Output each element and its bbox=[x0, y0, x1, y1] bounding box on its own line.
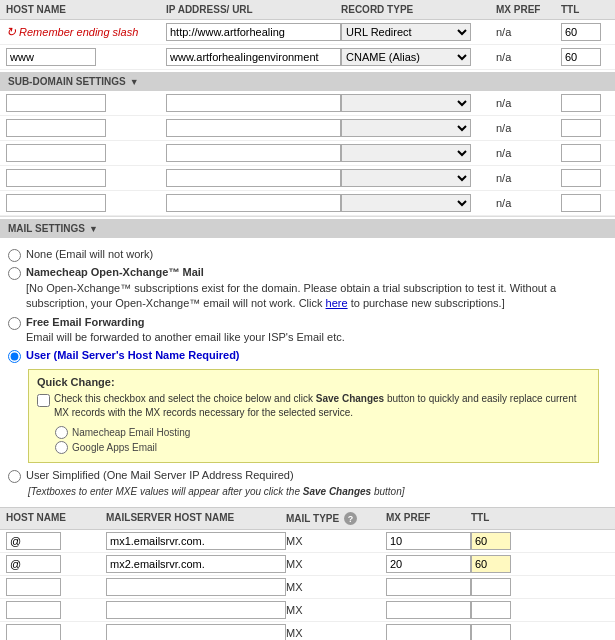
quick-change-desc: Check this checkbox and select the choic… bbox=[37, 392, 590, 420]
mail-ttl-2[interactable] bbox=[471, 555, 511, 573]
mail-host-4[interactable] bbox=[6, 601, 61, 619]
ip-url-input-2[interactable] bbox=[166, 48, 341, 66]
col-mx-pref: MX PREF bbox=[496, 4, 561, 15]
mail-server-2[interactable] bbox=[106, 555, 286, 573]
quick-change-checkbox[interactable] bbox=[37, 394, 50, 407]
sub-ip-4[interactable] bbox=[166, 169, 341, 187]
sub-host-3[interactable] bbox=[6, 144, 106, 162]
table-row: n/a bbox=[0, 91, 615, 116]
radio-oxc-label[interactable]: Namecheap Open-Xchange™ Mail bbox=[26, 266, 204, 278]
ip-url-input-1[interactable] bbox=[166, 23, 341, 41]
mail-mxpref-input-2[interactable] bbox=[386, 555, 471, 573]
mail-server-5[interactable] bbox=[106, 624, 286, 640]
mail-mxpref-input-5[interactable] bbox=[386, 624, 471, 640]
qc-namecheap-label[interactable]: Namecheap Email Hosting bbox=[72, 427, 190, 438]
col-record-type: RECORD TYPE bbox=[341, 4, 496, 15]
sub-record-type-2[interactable] bbox=[341, 119, 471, 137]
qc-google-label[interactable]: Google Apps Email bbox=[72, 442, 157, 453]
sub-record-type-5[interactable] bbox=[341, 194, 471, 212]
record-type-select-1[interactable]: URL Redirect A (Address) CNAME (Alias) M… bbox=[341, 23, 471, 41]
mail-host-3[interactable] bbox=[6, 578, 61, 596]
sub-ip-5[interactable] bbox=[166, 194, 341, 212]
sub-ttl-1[interactable] bbox=[561, 94, 601, 112]
mail-host-2[interactable] bbox=[6, 555, 61, 573]
mail-mxpref-input-1[interactable] bbox=[386, 532, 471, 550]
sub-record-type-1[interactable] bbox=[341, 94, 471, 112]
sub-host-1[interactable] bbox=[6, 94, 106, 112]
sub-ttl-4[interactable] bbox=[561, 169, 601, 187]
main-table-header: HOST NAME IP ADDRESS/ URL RECORD TYPE MX… bbox=[0, 0, 615, 20]
sub-ttl-2[interactable] bbox=[561, 119, 601, 137]
mail-mxpref-input-4[interactable] bbox=[386, 601, 471, 619]
ip-url-cell-2 bbox=[166, 48, 341, 66]
mail-server-3[interactable] bbox=[106, 578, 286, 596]
sub-ttl-3[interactable] bbox=[561, 144, 601, 162]
user-simplified-section: User Simplified (One Mail Server IP Addr… bbox=[8, 468, 607, 497]
radio-fwd-label[interactable]: Free Email Forwarding bbox=[26, 316, 145, 328]
radio-oxc-sublabel: [No Open-Xchange™ subscriptions exist fo… bbox=[26, 281, 607, 312]
mail-table-row: MX bbox=[0, 530, 615, 553]
radio-none-label[interactable]: None (Email will not work) bbox=[26, 247, 153, 262]
here-link[interactable]: here bbox=[326, 297, 348, 309]
subdomain-arrow-icon: ▼ bbox=[130, 77, 139, 87]
sub-mxpref-4: n/a bbox=[496, 172, 561, 184]
sub-ttl-5[interactable] bbox=[561, 194, 601, 212]
radio-oxc-input[interactable] bbox=[8, 267, 21, 280]
mail-table-header: HOST NAME MAILSERVER HOST NAME MAIL TYPE… bbox=[0, 507, 615, 530]
host-name-cell: ↻ Remember ending slash bbox=[6, 25, 166, 39]
sub-ip-2[interactable] bbox=[166, 119, 341, 137]
radio-fwd-sublabel: Email will be forwarded to another email… bbox=[26, 330, 345, 345]
sub-record-type-4[interactable] bbox=[341, 169, 471, 187]
mail-host-1[interactable] bbox=[6, 532, 61, 550]
mail-mxpref-2 bbox=[386, 555, 471, 573]
mail-table-row: MX bbox=[0, 622, 615, 640]
sub-mxpref-3: n/a bbox=[496, 147, 561, 159]
mail-ttl-3[interactable] bbox=[471, 578, 511, 596]
mx-pref-2: n/a bbox=[496, 51, 561, 63]
mail-host-5[interactable] bbox=[6, 624, 61, 640]
table-row: n/a bbox=[0, 141, 615, 166]
host-note: Remember ending slash bbox=[19, 26, 138, 38]
mail-mxpref-input-3[interactable] bbox=[386, 578, 471, 596]
mail-options-section: None (Email will not work) Namecheap Ope… bbox=[0, 238, 615, 503]
radio-user-simplified: User Simplified (One Mail Server IP Addr… bbox=[8, 468, 607, 483]
sub-host-5[interactable] bbox=[6, 194, 106, 212]
mail-type-info-icon[interactable]: ? bbox=[344, 512, 357, 525]
mail-table-row: MX bbox=[0, 599, 615, 622]
sub-host-4[interactable] bbox=[6, 169, 106, 187]
mail-col-mailhost: MAILSERVER HOST NAME bbox=[106, 512, 286, 525]
radio-fwd-input[interactable] bbox=[8, 317, 21, 330]
mail-header-label: MAIL SETTINGS bbox=[8, 223, 85, 234]
radio-user-input[interactable] bbox=[8, 350, 21, 363]
radio-simplified-input[interactable] bbox=[8, 470, 21, 483]
radio-free-forwarding: Free Email Forwarding Email will be forw… bbox=[8, 315, 607, 346]
mail-ttl-4[interactable] bbox=[471, 601, 511, 619]
qc-radio-google-input[interactable] bbox=[55, 441, 68, 454]
sub-ip-1[interactable] bbox=[166, 94, 341, 112]
record-type-cell-2: URL Redirect A (Address) CNAME (Alias) M… bbox=[341, 48, 496, 66]
sub-mxpref-5: n/a bbox=[496, 197, 561, 209]
qc-radio-namecheap-input[interactable] bbox=[55, 426, 68, 439]
sub-record-type-3[interactable] bbox=[341, 144, 471, 162]
subdomain-section-header[interactable]: SUB-DOMAIN SETTINGS ▼ bbox=[0, 72, 615, 91]
mail-col-mailtype: MAIL TYPE ? bbox=[286, 512, 386, 525]
radio-none: None (Email will not work) bbox=[8, 247, 607, 262]
host-name-input-2[interactable] bbox=[6, 48, 96, 66]
mail-server-1[interactable] bbox=[106, 532, 286, 550]
sub-mxpref-1: n/a bbox=[496, 97, 561, 109]
mail-ttl-5[interactable] bbox=[471, 624, 511, 640]
record-type-select-2[interactable]: URL Redirect A (Address) CNAME (Alias) M… bbox=[341, 48, 471, 66]
radio-simplified-label[interactable]: User Simplified (One Mail Server IP Addr… bbox=[26, 468, 294, 483]
radio-user-label[interactable]: User (Mail Server's Host Name Required) bbox=[26, 348, 240, 363]
mail-type-4: MX bbox=[286, 604, 386, 616]
radio-none-input[interactable] bbox=[8, 249, 21, 262]
sub-ip-3[interactable] bbox=[166, 144, 341, 162]
ttl-input-1[interactable] bbox=[561, 23, 601, 41]
mail-ttl-1[interactable] bbox=[471, 532, 511, 550]
mail-section-header[interactable]: MAIL SETTINGS ▼ bbox=[0, 219, 615, 238]
mail-server-4[interactable] bbox=[106, 601, 286, 619]
record-type-cell-1: URL Redirect A (Address) CNAME (Alias) M… bbox=[341, 23, 496, 41]
radio-open-xchange: Namecheap Open-Xchange™ Mail [No Open-Xc… bbox=[8, 265, 607, 311]
sub-host-2[interactable] bbox=[6, 119, 106, 137]
ttl-input-2[interactable] bbox=[561, 48, 601, 66]
